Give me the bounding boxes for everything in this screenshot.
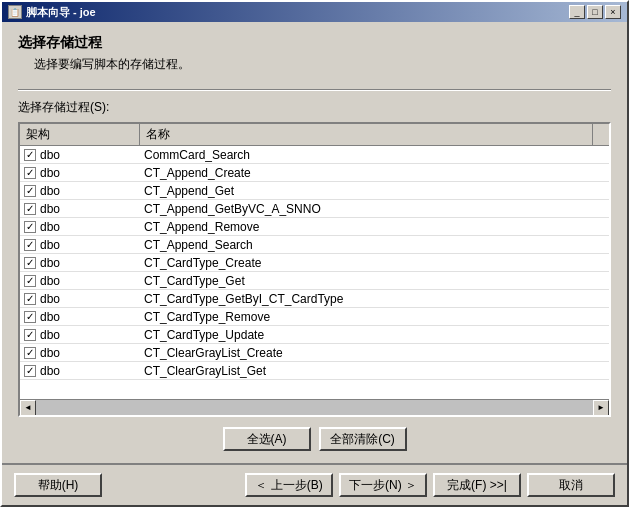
separator	[18, 89, 611, 91]
scroll-right-button[interactable]: ►	[593, 400, 609, 416]
cell-name: CT_Append_Remove	[140, 219, 609, 235]
table-header: 架构 名称	[20, 124, 609, 146]
row-checkbox[interactable]	[24, 185, 36, 197]
row-checkbox[interactable]	[24, 167, 36, 179]
table-row[interactable]: dboCT_CardType_GetByI_CT_CardType	[20, 290, 609, 308]
arch-value: dbo	[40, 184, 60, 198]
row-checkbox[interactable]	[24, 275, 36, 287]
table-row[interactable]: dboCT_Append_Create	[20, 164, 609, 182]
clear-all-button[interactable]: 全部清除(C)	[319, 427, 407, 451]
next-button[interactable]: 下一步(N) ＞	[339, 473, 427, 497]
cancel-button[interactable]: 取消	[527, 473, 615, 497]
col-header-name: 名称	[140, 124, 593, 145]
arch-value: dbo	[40, 220, 60, 234]
maximize-button[interactable]: □	[587, 5, 603, 19]
table-row[interactable]: dboCT_ClearGrayList_Create	[20, 344, 609, 362]
row-checkbox[interactable]	[24, 347, 36, 359]
cell-name: CT_CardType_GetByI_CT_CardType	[140, 291, 609, 307]
page-subtitle: 选择要编写脚本的存储过程。	[34, 56, 611, 73]
table-row[interactable]: dboCT_Append_Remove	[20, 218, 609, 236]
title-bar: 📋 脚本向导 - joe _ □ ×	[2, 2, 627, 22]
help-button[interactable]: 帮助(H)	[14, 473, 102, 497]
arch-value: dbo	[40, 148, 60, 162]
table-row[interactable]: dboCT_Append_Get	[20, 182, 609, 200]
cell-name: CT_Append_Create	[140, 165, 609, 181]
cell-name: CT_Append_GetByVC_A_SNNO	[140, 201, 609, 217]
arch-value: dbo	[40, 364, 60, 378]
arch-value: dbo	[40, 292, 60, 306]
row-checkbox[interactable]	[24, 257, 36, 269]
content-area: 选择存储过程 选择要编写脚本的存储过程。 选择存储过程(S): 架构 名称 db…	[2, 22, 627, 463]
cell-arch[interactable]: dbo	[20, 363, 140, 379]
scrollbar-placeholder	[593, 124, 609, 145]
cell-arch[interactable]: dbo	[20, 345, 140, 361]
arch-value: dbo	[40, 202, 60, 216]
cell-name: CT_Append_Search	[140, 237, 609, 253]
window-title: 脚本向导 - joe	[26, 5, 96, 20]
row-checkbox[interactable]	[24, 203, 36, 215]
table-row[interactable]: dboCT_CardType_Remove	[20, 308, 609, 326]
cell-arch[interactable]: dbo	[20, 183, 140, 199]
minimize-button[interactable]: _	[569, 5, 585, 19]
arch-value: dbo	[40, 346, 60, 360]
stored-proc-table: 架构 名称 dboCommCard_SearchdboCT_Append_Cre…	[18, 122, 611, 417]
row-checkbox[interactable]	[24, 149, 36, 161]
cell-name: CT_CardType_Create	[140, 255, 609, 271]
cell-name: CT_ClearGrayList_Create	[140, 345, 609, 361]
cell-arch[interactable]: dbo	[20, 165, 140, 181]
cell-arch[interactable]: dbo	[20, 237, 140, 253]
cell-arch[interactable]: dbo	[20, 327, 140, 343]
back-button[interactable]: ＜ 上一步(B)	[245, 473, 333, 497]
arch-value: dbo	[40, 166, 60, 180]
table-row[interactable]: dboCT_ClearGrayList_Get	[20, 362, 609, 380]
scroll-track[interactable]	[36, 400, 593, 415]
arch-value: dbo	[40, 274, 60, 288]
arch-value: dbo	[40, 310, 60, 324]
table-row[interactable]: dboCT_CardType_Create	[20, 254, 609, 272]
table-body[interactable]: dboCommCard_SearchdboCT_Append_Createdbo…	[20, 146, 609, 399]
close-button[interactable]: ×	[605, 5, 621, 19]
cell-name: CT_CardType_Get	[140, 273, 609, 289]
arch-value: dbo	[40, 328, 60, 342]
cell-arch[interactable]: dbo	[20, 255, 140, 271]
cell-arch[interactable]: dbo	[20, 309, 140, 325]
select-all-button[interactable]: 全选(A)	[223, 427, 311, 451]
table-row[interactable]: dboCommCard_Search	[20, 146, 609, 164]
arch-value: dbo	[40, 238, 60, 252]
arch-value: dbo	[40, 256, 60, 270]
row-checkbox[interactable]	[24, 365, 36, 377]
table-row[interactable]: dboCT_Append_GetByVC_A_SNNO	[20, 200, 609, 218]
footer: 帮助(H) ＜ 上一步(B) 下一步(N) ＞ 完成(F) >>| 取消	[2, 463, 627, 505]
title-bar-left: 📋 脚本向导 - joe	[8, 5, 96, 20]
cell-name: CT_CardType_Update	[140, 327, 609, 343]
cell-arch[interactable]: dbo	[20, 147, 140, 163]
window-icon: 📋	[8, 5, 22, 19]
horizontal-scrollbar[interactable]: ◄ ►	[20, 399, 609, 415]
cell-name: CommCard_Search	[140, 147, 609, 163]
section-label: 选择存储过程(S):	[18, 99, 611, 116]
row-checkbox[interactable]	[24, 293, 36, 305]
table-action-buttons: 全选(A) 全部清除(C)	[18, 427, 611, 451]
row-checkbox[interactable]	[24, 221, 36, 233]
cell-arch[interactable]: dbo	[20, 291, 140, 307]
table-row[interactable]: dboCT_CardType_Update	[20, 326, 609, 344]
title-buttons: _ □ ×	[569, 5, 621, 19]
row-checkbox[interactable]	[24, 239, 36, 251]
cell-name: CT_ClearGrayList_Get	[140, 363, 609, 379]
finish-button[interactable]: 完成(F) >>|	[433, 473, 521, 497]
cell-arch[interactable]: dbo	[20, 201, 140, 217]
cell-arch[interactable]: dbo	[20, 219, 140, 235]
row-checkbox[interactable]	[24, 329, 36, 341]
table-row[interactable]: dboCT_CardType_Get	[20, 272, 609, 290]
cell-name: CT_CardType_Remove	[140, 309, 609, 325]
main-window: 📋 脚本向导 - joe _ □ × 选择存储过程 选择要编写脚本的存储过程。 …	[0, 0, 629, 507]
table-row[interactable]: dboCT_Append_Search	[20, 236, 609, 254]
scroll-left-button[interactable]: ◄	[20, 400, 36, 416]
col-header-arch: 架构	[20, 124, 140, 145]
row-checkbox[interactable]	[24, 311, 36, 323]
cell-arch[interactable]: dbo	[20, 273, 140, 289]
page-title: 选择存储过程	[18, 34, 611, 52]
cell-name: CT_Append_Get	[140, 183, 609, 199]
